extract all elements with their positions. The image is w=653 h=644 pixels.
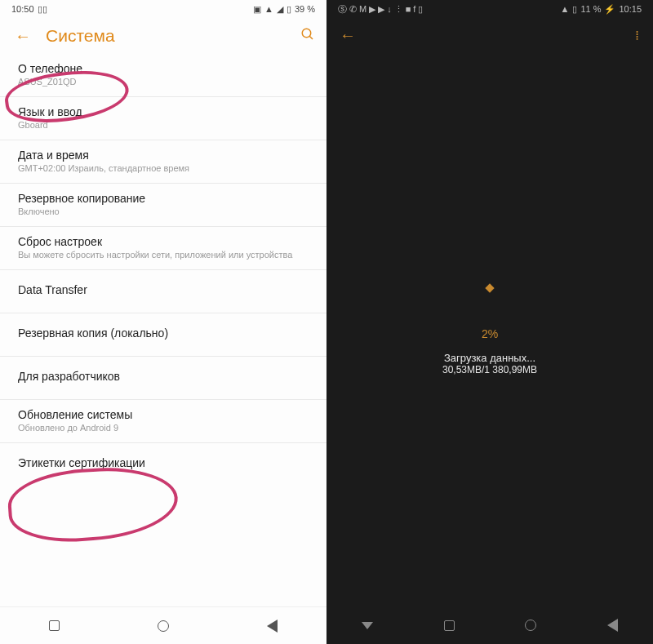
status-battery-pct: 11 % xyxy=(580,4,601,14)
item-local-backup[interactable]: Резервная копия (локально) xyxy=(0,313,326,357)
status-icon-battery: ▯ xyxy=(287,4,291,15)
status-icon: ▶ xyxy=(378,4,384,15)
page-title: Система xyxy=(46,26,286,46)
download-progress-area: 2% Загрузка данных... 30,53MB/1 380,99MB xyxy=(326,53,653,606)
status-icon-nfc: ▣ xyxy=(253,4,261,15)
nav-home-icon[interactable] xyxy=(158,620,169,632)
item-about-phone[interactable]: О телефоне ASUS_Z01QD xyxy=(0,54,326,97)
search-icon[interactable] xyxy=(300,27,315,46)
status-icon: ▶ xyxy=(369,4,375,15)
loading-spinner-icon xyxy=(485,283,494,292)
item-reset[interactable]: Сброс настроек Вы можете сбросить настро… xyxy=(0,227,326,270)
status-icon-wifi: ▲ xyxy=(264,4,273,14)
status-time: 10:15 xyxy=(619,4,642,14)
item-sub: GMT+02:00 Израиль, стандартное время xyxy=(18,163,309,173)
status-battery-pct: 39 % xyxy=(295,4,315,14)
download-percent: 2% xyxy=(482,327,498,340)
status-bar: ⓢ ✆ M ▶ ▶ ↓ ⋮ ■ f ▯ ▲ ▯ 11 % ⚡ 10:15 xyxy=(326,0,653,18)
item-sub: Обновлено до Android 9 xyxy=(18,423,309,433)
item-label: Для разработчиков xyxy=(18,370,309,383)
menu-dots-icon[interactable]: ⁞ xyxy=(635,28,640,43)
app-header: ← Система xyxy=(0,18,326,54)
status-icon: ⋮ xyxy=(394,4,403,15)
item-label: Этикетки сертификации xyxy=(18,456,309,469)
download-status-text: Загрузка данных... xyxy=(442,352,537,364)
svg-point-0 xyxy=(302,29,311,38)
nav-recents-icon[interactable] xyxy=(49,620,60,631)
item-sub: Вы можете сбросить настройки сети, прило… xyxy=(18,250,309,260)
status-app-icons: ⓢ ✆ M ▶ ▶ ↓ ⋮ ■ f ▯ xyxy=(338,3,423,16)
status-bar: 10:50 ▯▯ ▣ ▲ ◢ ▯ 39 % xyxy=(0,0,326,18)
item-system-update[interactable]: Обновление системы Обновлено до Android … xyxy=(0,400,326,443)
nav-back-icon[interactable] xyxy=(267,620,278,633)
status-icon: ↓ xyxy=(387,4,392,14)
download-header: ← ⁞ xyxy=(326,18,653,53)
status-icon: f xyxy=(413,4,415,14)
nav-back-icon[interactable] xyxy=(607,619,618,632)
item-backup[interactable]: Резервное копирование Включено xyxy=(0,184,326,227)
item-label: Сброс настроек xyxy=(18,235,309,248)
item-label: Дата и время xyxy=(18,149,309,162)
svg-line-1 xyxy=(309,36,313,39)
item-sub: ASUS_Z01QD xyxy=(18,77,309,87)
item-label: Резервная копия (локально) xyxy=(18,326,309,340)
android-navbar xyxy=(326,606,653,644)
status-icon: ▯ xyxy=(418,4,423,15)
item-language-input[interactable]: Язык и ввод Gboard xyxy=(0,97,326,140)
item-sub: Gboard xyxy=(18,120,309,130)
status-icon-sim: ▯▯ xyxy=(38,4,47,15)
phone-right-download: ⓢ ✆ M ▶ ▶ ↓ ⋮ ■ f ▯ ▲ ▯ 11 % ⚡ 10:15 ← ⁞… xyxy=(326,0,653,644)
phone-left-settings: 10:50 ▯▯ ▣ ▲ ◢ ▯ 39 % ← Система О телефо… xyxy=(0,0,326,644)
item-sub: Включено xyxy=(18,207,309,216)
status-icon: ⓢ xyxy=(338,3,347,16)
nav-hide-icon[interactable] xyxy=(362,622,373,629)
back-arrow-icon[interactable]: ← xyxy=(15,28,31,44)
status-icon-signal: ◢ xyxy=(277,4,283,15)
status-icon: M xyxy=(359,4,366,14)
item-label: Обновление системы xyxy=(18,408,309,421)
item-date-time[interactable]: Дата и время GMT+02:00 Израиль, стандарт… xyxy=(0,140,326,184)
nav-home-icon[interactable] xyxy=(525,620,536,631)
item-label: Data Transfer xyxy=(18,283,309,296)
status-icon: ✆ xyxy=(349,4,357,15)
item-label: Резервное копирование xyxy=(18,192,309,205)
item-label: Язык и ввод xyxy=(18,105,309,118)
status-icon-battery: ▯ xyxy=(572,4,577,15)
settings-list: О телефоне ASUS_Z01QD Язык и ввод Gboard… xyxy=(0,54,326,606)
status-time: 10:50 xyxy=(11,4,34,14)
status-icon-charging: ⚡ xyxy=(604,4,615,15)
item-developer[interactable]: Для разработчиков xyxy=(0,357,326,400)
back-arrow-icon[interactable]: ← xyxy=(340,26,356,45)
item-cert-labels[interactable]: Этикетки сертификации xyxy=(0,443,326,486)
nav-recents-icon[interactable] xyxy=(444,620,455,631)
download-size-text: 30,53MB/1 380,99MB xyxy=(442,364,537,375)
item-data-transfer[interactable]: Data Transfer xyxy=(0,270,326,313)
status-icon-wifi: ▲ xyxy=(561,4,570,14)
item-label: О телефоне xyxy=(18,62,309,75)
status-icon: ■ xyxy=(406,4,411,14)
android-navbar xyxy=(0,606,326,644)
